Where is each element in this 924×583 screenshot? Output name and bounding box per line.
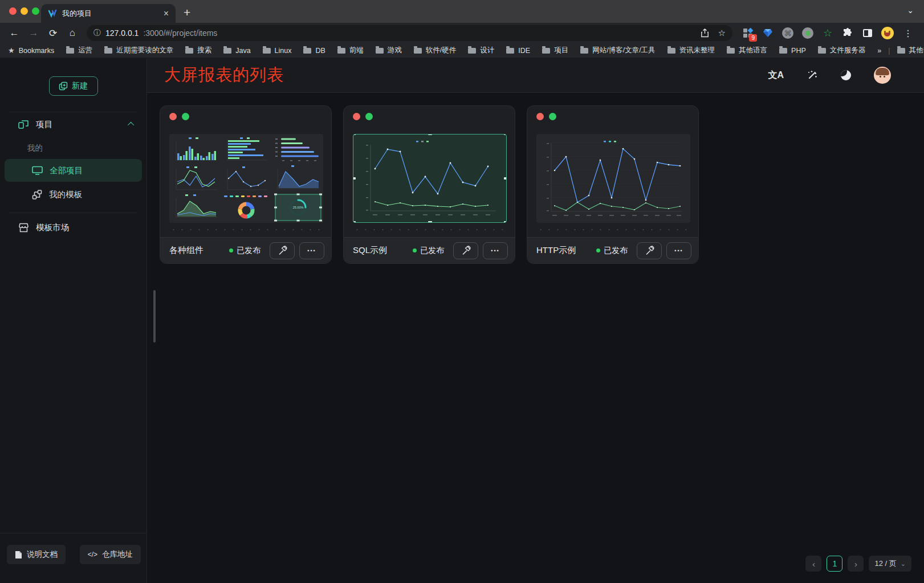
bookmark-folder[interactable]: 其他语言	[727, 46, 767, 55]
bookmark-folder[interactable]: Linux	[263, 47, 292, 55]
bookmark-page-icon[interactable]: ☆	[718, 28, 726, 38]
folder-icon	[185, 48, 193, 54]
side-panel-icon[interactable]	[861, 27, 874, 39]
sidebar-item-template-market[interactable]: 模板市场	[0, 215, 146, 239]
home-button[interactable]: ⌂	[64, 25, 81, 42]
window-minimize-button[interactable]	[21, 7, 28, 15]
dark-mode-moon-icon[interactable]	[841, 70, 851, 80]
bookmark-folder[interactable]: 软件/硬件	[414, 46, 456, 55]
window-controls	[9, 7, 39, 15]
more-actions-button[interactable]: •••	[666, 242, 691, 259]
card-dots-separator	[353, 229, 506, 230]
site-info-icon[interactable]: ⓘ	[93, 28, 101, 38]
extensions-puzzle-icon[interactable]	[841, 27, 854, 39]
sidebar-item-all-projects[interactable]: 全部项目	[5, 159, 142, 182]
profile-avatar[interactable]	[881, 27, 894, 39]
browser-tab[interactable]: 我的项目 ×	[41, 4, 176, 23]
card-footer: HTTP示例 已发布	[527, 237, 698, 263]
language-icon[interactable]: 文A	[768, 70, 784, 81]
bookmark-folder[interactable]: IDE	[506, 47, 530, 55]
forward-button[interactable]: →	[25, 25, 42, 42]
gauge-value: 25.00%	[293, 206, 304, 209]
bookmark-folder[interactable]: 文件服务器	[818, 46, 866, 55]
share-icon[interactable]	[701, 28, 709, 38]
other-bookmarks-folder[interactable]: 其他书签	[897, 46, 924, 55]
sidebar-divider	[9, 213, 137, 213]
gem-extension-icon[interactable]	[762, 27, 774, 39]
bookmark-folder[interactable]: 网站/博客/文章/工具	[580, 46, 655, 55]
tab-close-icon[interactable]: ×	[164, 9, 169, 18]
bookmark-folder[interactable]: 运营	[66, 46, 92, 55]
star-extension-icon[interactable]: ☆	[821, 27, 834, 39]
card-footer: SQL示例 已发布 •	[344, 237, 515, 263]
template-nodes-icon	[32, 190, 42, 199]
browser-toolbar: ← → ⟳ ⌂ ⓘ 127.0.0.1 :3000/#/project/item…	[0, 23, 924, 43]
project-card[interactable]: SQL示例 已发布 •	[343, 105, 515, 264]
user-avatar[interactable]	[874, 67, 891, 84]
scrollbar-thumb[interactable]	[153, 290, 156, 343]
page-size-select[interactable]: 12 / 页 ⌄	[869, 556, 911, 572]
repo-button[interactable]: </> 仓库地址	[80, 545, 141, 564]
address-bar[interactable]: ⓘ 127.0.0.1 :3000/#/project/items ☆	[87, 25, 732, 41]
bookmarks-overflow-icon[interactable]: »	[877, 47, 881, 55]
project-card[interactable]: HTTP示例 已发布	[527, 105, 699, 264]
current-page-button[interactable]: 1	[827, 556, 842, 572]
main-content: 大屏报表的列表 文A	[147, 58, 924, 583]
sidebar-section-projects[interactable]: 项目	[0, 112, 146, 136]
back-button[interactable]: ←	[6, 25, 23, 42]
new-project-button[interactable]: 新建	[49, 76, 98, 96]
collapse-chevron-icon[interactable]	[128, 122, 134, 128]
browser-window: 我的项目 × + ⌄ ← → ⟳ ⌂ ⓘ 127.0.0.1 :3000/#/p…	[0, 0, 924, 583]
edit-hammer-button[interactable]	[637, 242, 662, 259]
page-title: 大屏报表的列表	[164, 64, 768, 87]
edit-hammer-button[interactable]	[270, 242, 295, 259]
bookmarks-divider: |	[888, 47, 890, 55]
reload-button[interactable]: ⟳	[44, 25, 62, 42]
publish-status: 已发布	[413, 246, 444, 256]
folder-icon	[818, 48, 826, 54]
recorder-extension-icon[interactable]	[801, 27, 814, 39]
ellipsis-icon: •••	[307, 248, 316, 254]
sidebar-item-my-templates[interactable]: 我的模板	[5, 183, 142, 206]
bookmark-folder[interactable]: Java	[223, 47, 250, 55]
bookmark-folder[interactable]: 项目	[542, 46, 568, 55]
more-actions-button[interactable]: •••	[483, 242, 508, 259]
more-actions-button[interactable]: •••	[299, 242, 324, 259]
bookmark-folder[interactable]: PHP	[779, 47, 806, 55]
bookmarks-root[interactable]: ★ Bookmarks	[8, 46, 54, 55]
bookmark-folder[interactable]: 游戏	[376, 46, 402, 55]
folder-icon	[263, 48, 271, 54]
tab-title: 我的项目	[62, 9, 158, 19]
bookmark-folder[interactable]: 近期需要读的文章	[104, 46, 173, 55]
hammer-icon	[278, 246, 287, 255]
edit-hammer-button[interactable]	[453, 242, 478, 259]
docs-button[interactable]: 说明文档	[7, 545, 66, 564]
status-dot	[413, 248, 417, 252]
card-thumbnail	[353, 134, 507, 223]
pagination: ‹ 1 › 12 / 页 ⌄	[805, 556, 911, 572]
next-page-button[interactable]: ›	[848, 556, 864, 572]
card-decor-dots	[169, 113, 189, 120]
magic-wand-icon[interactable]	[807, 70, 818, 81]
prev-page-button[interactable]: ‹	[805, 556, 821, 572]
extensions-row: 9 ⌘ ☆ ⋮	[738, 27, 918, 39]
new-tab-button[interactable]: +	[184, 6, 190, 19]
window-close-button[interactable]	[9, 7, 17, 15]
extension-grid-icon[interactable]: 9	[742, 27, 754, 39]
folder-icon	[104, 48, 112, 54]
bookmark-folder[interactable]: 资讯未整理	[667, 46, 715, 55]
bookmark-folder[interactable]: 搜索	[185, 46, 211, 55]
command-extension-icon[interactable]: ⌘	[781, 27, 794, 39]
window-zoom-button[interactable]	[32, 7, 39, 15]
browser-menu-icon[interactable]: ⋮	[901, 28, 915, 39]
tab-search-icon[interactable]: ⌄	[907, 6, 914, 15]
bookmark-folder[interactable]: 设计	[468, 46, 494, 55]
folder-icon	[542, 48, 550, 54]
project-card[interactable]: 25.00% 各种组件 已发布	[160, 105, 332, 264]
folder-icon	[580, 48, 588, 54]
hammer-icon	[645, 246, 654, 255]
folder-icon	[727, 48, 735, 54]
bookmark-folder[interactable]: 前端	[337, 46, 364, 55]
bookmark-folder[interactable]: DB	[303, 47, 325, 55]
card-thumbnail: 25.00%	[169, 134, 323, 223]
